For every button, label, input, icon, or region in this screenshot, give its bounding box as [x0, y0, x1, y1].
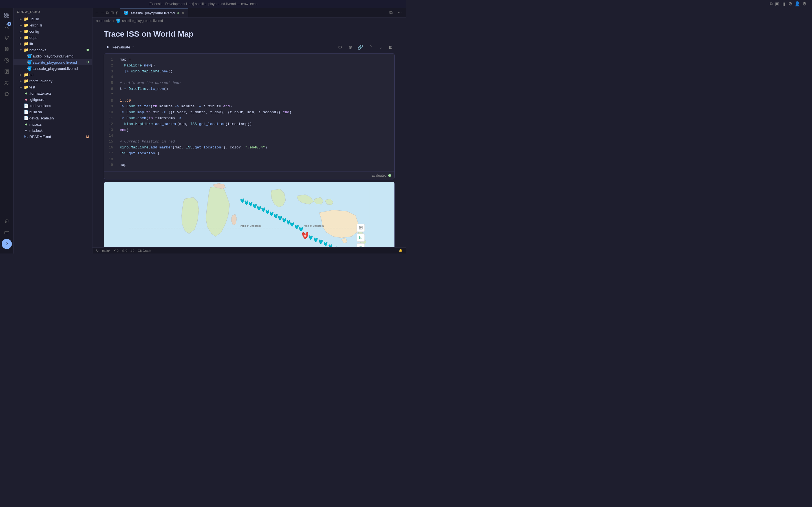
sidebar-item-tool-versions[interactable]: 📄 .tool-versions	[13, 103, 92, 109]
activity-trash-icon[interactable]	[2, 216, 12, 226]
activity-extensions-icon[interactable]	[2, 44, 12, 54]
sidebar-item-gitignore[interactable]: ◆ .gitignore	[13, 96, 92, 103]
sidebar-item-audio-playground[interactable]: 🪣 audio_playground.livemd	[13, 53, 92, 59]
svg-point-7	[8, 36, 8, 37]
svg-point-14	[7, 81, 8, 82]
activity-source-control-icon[interactable]	[2, 33, 12, 43]
breadcrumb-notebooks[interactable]: notebooks	[96, 19, 111, 23]
tab-title: satellite_playground.livemd	[131, 11, 175, 15]
info-count: 0	[133, 249, 134, 252]
activity-debug-icon[interactable]	[2, 55, 12, 65]
activity-keyboard-icon[interactable]	[2, 228, 12, 238]
cell-toolbar: Reevaluate ⚙ ⊕ 🔗 ⌃ ⌄ 🗑	[104, 43, 395, 51]
git-branch-icon: ↻	[96, 249, 99, 252]
split-editor-right-icon[interactable]: ⧉	[387, 9, 395, 17]
svg-rect-3	[7, 16, 9, 17]
sidebar: CROW_ECHO ▶ 📁 _build ▶ 📁 .elixir_ls ▶ 📁 …	[13, 8, 93, 253]
collapse-up-icon[interactable]: ⌃	[366, 43, 374, 51]
tab-modified-indicator: U	[177, 11, 179, 15]
expand-down-icon[interactable]: ⌄	[377, 43, 385, 51]
svg-point-38	[304, 235, 306, 237]
sidebar-item-rootfs[interactable]: ▶ 📁 rootfs_overlay	[13, 78, 92, 84]
more-actions-icon[interactable]: ···	[396, 9, 404, 17]
sidebar-header: CROW_ECHO	[13, 8, 92, 16]
activity-search-icon[interactable]: 3	[2, 21, 12, 32]
svg-text:⊡: ⊡	[359, 235, 363, 240]
modified-badge	[87, 49, 89, 51]
link-cell-icon[interactable]: 🔗	[356, 43, 364, 51]
svg-text:⊙: ⊙	[359, 245, 362, 247]
delete-cell-icon[interactable]: 🗑	[387, 43, 395, 51]
tab-close-icon[interactable]: ✕	[181, 11, 185, 15]
sidebar-item-readme[interactable]: M↓ README.md M	[13, 133, 92, 140]
git-graph-link[interactable]: Git Graph	[138, 249, 151, 252]
activity-users-icon[interactable]	[2, 78, 12, 88]
notebook-title: Trace ISS on World Map	[104, 30, 395, 39]
git-branch-name[interactable]: main*	[102, 249, 110, 252]
breadcrumb: notebooks › 🪣 satellite_playground.livem…	[93, 18, 406, 24]
sidebar-item-test[interactable]: ▶ 📁 test	[13, 84, 92, 90]
sidebar-item-tailscale-playground[interactable]: 🪣 tailscale_playground.livemd	[13, 65, 92, 71]
warning-icon: ⚠	[122, 249, 124, 252]
svg-rect-0	[4, 13, 6, 15]
sidebar-item-config[interactable]: ▶ 📁 config	[13, 28, 92, 34]
svg-line-5	[8, 27, 9, 29]
chevron-right-icon: ▶	[19, 30, 22, 33]
tree-icon[interactable]: ⊞	[110, 10, 114, 15]
sidebar-item-elixir-ls[interactable]: ▶ 📁 .elixir_ls	[13, 22, 92, 28]
sidebar-item-formatter[interactable]: ◆ .formatter.exs	[13, 90, 92, 96]
breadcrumb-notebook-icon: 🪣	[116, 18, 120, 23]
sidebar-item-build[interactable]: ▶ 📁 _build	[13, 16, 92, 22]
function-icon[interactable]: ƒ	[116, 10, 118, 15]
error-icon: ✕	[113, 249, 116, 252]
reevaluate-button[interactable]: Reevaluate	[104, 44, 137, 50]
code-lines[interactable]: map = MapLibre.new() |> Kino.MapLibre.ne…	[115, 54, 395, 172]
tab-bar: ← → ⧉ ⊞ ƒ 🪣 satellite_playground.livemd …	[93, 8, 406, 18]
activity-help-icon[interactable]: ?	[2, 239, 12, 249]
zoom-cell-icon[interactable]: ⊕	[346, 43, 354, 51]
sidebar-item-deps[interactable]: ▶ 📁 deps	[13, 34, 92, 41]
split-icon[interactable]: ⧉	[106, 10, 109, 15]
sidebar-item-buildsh[interactable]: 📄 build.sh	[13, 109, 92, 115]
sidebar-item-mix-exs[interactable]: ◆ mix.exs	[13, 121, 92, 127]
sidebar-item-get-tailscale[interactable]: 📄 get-tailscale.sh	[13, 115, 92, 121]
reevaluate-label: Reevaluate	[112, 45, 130, 49]
sidebar-item-satellite-playground[interactable]: 🪣 satellite_playground.livemd U	[13, 59, 92, 65]
notebook-content: Trace ISS on World Map Reevaluate ⚙ ⊕ 🔗	[93, 24, 406, 247]
sidebar-item-notebooks[interactable]: ▼ 📁 notebooks	[13, 47, 92, 53]
sidebar-item-rel[interactable]: ▶ 📁 rel	[13, 71, 92, 78]
warning-count: 0	[125, 249, 127, 252]
forward-icon[interactable]: →	[100, 10, 104, 15]
cell-actions: ⚙ ⊕ 🔗 ⌃ ⌄ 🗑	[336, 43, 395, 51]
tab-notebook-icon: 🪣	[123, 11, 128, 15]
warning-indicator[interactable]: ⚠ 0	[122, 249, 127, 252]
svg-marker-34	[107, 46, 109, 49]
activity-cpu-icon[interactable]	[2, 89, 12, 99]
tab-satellite-playground[interactable]: 🪣 satellite_playground.livemd U ✕	[120, 8, 188, 17]
chevron-right-icon: ▶	[19, 36, 22, 39]
sidebar-item-mix-lock[interactable]: ≡ mix.lock	[13, 127, 92, 133]
error-indicator[interactable]: ✕ 0	[113, 249, 118, 252]
map-zoom-fit: ⊡	[357, 234, 364, 242]
breadcrumb-file[interactable]: satellite_playground.livemd	[122, 19, 163, 23]
back-icon[interactable]: ←	[95, 10, 99, 15]
svg-rect-1	[7, 13, 9, 15]
activity-explorer-icon[interactable]	[2, 10, 12, 20]
notifications-icon[interactable]: 🔔	[399, 249, 403, 252]
status-bar: ↻ main* ✕ 0 ⚠ 0 ℹ 0 Git Graph 🔔	[93, 247, 406, 253]
svg-rect-28	[4, 231, 9, 234]
settings-cell-icon[interactable]: ⚙	[336, 43, 344, 51]
line-numbers: 12345 678910 1112131415 16171819	[104, 54, 115, 172]
sidebar-item-lib[interactable]: ▶ 📁 lib	[13, 41, 92, 47]
editor-area: ← → ⧉ ⊞ ƒ 🪣 satellite_playground.livemd …	[93, 8, 406, 253]
info-indicator[interactable]: ℹ 0	[131, 249, 134, 252]
cell-footer: Evaluated	[104, 172, 395, 179]
chevron-right-icon: ▶	[19, 42, 22, 45]
map-container[interactable]: Tropic of Capricorn Tropic of Capricorn	[104, 182, 395, 247]
map-controls: ⊞	[357, 224, 364, 232]
activity-livebook-icon[interactable]	[2, 66, 12, 76]
svg-point-10	[6, 60, 7, 61]
map-output-cell[interactable]: Tropic of Capricorn Tropic of Capricorn	[104, 182, 395, 247]
tropic-label-right: Tropic of Capricorn	[303, 224, 324, 227]
chevron-right-icon: ▶	[19, 73, 22, 76]
